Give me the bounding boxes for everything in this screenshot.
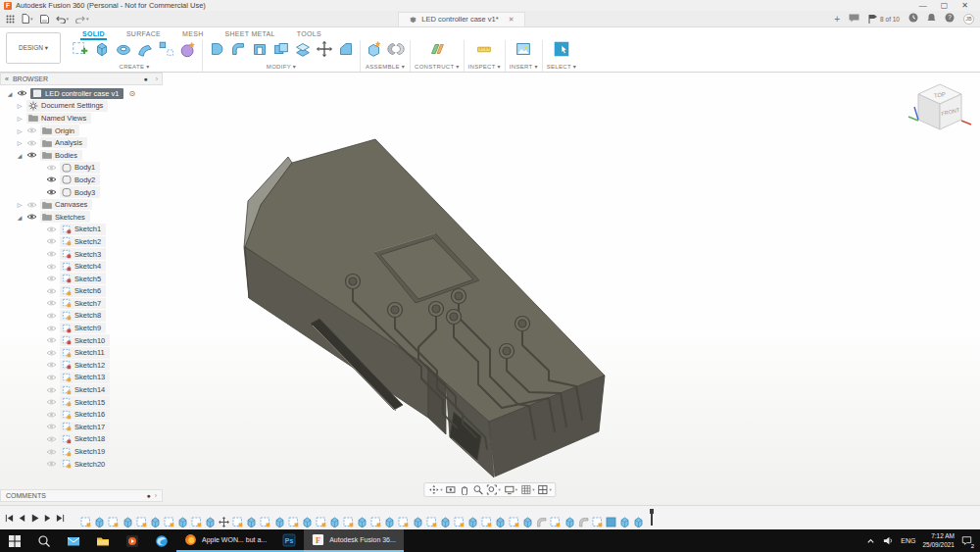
- timeline-feature-sketch-30[interactable]: [481, 516, 493, 527]
- ribbon-tab-sheet-metal[interactable]: SHEET METAL: [223, 30, 277, 40]
- browser-item-analysis[interactable]: ▷Analysis: [0, 136, 163, 149]
- clock[interactable]: 7:12 AM 25/09/2021: [922, 532, 955, 549]
- browser-item-sketch19[interactable]: Sketch19: [0, 445, 163, 458]
- play-icon[interactable]: [30, 514, 39, 523]
- help-icon[interactable]: ?: [945, 13, 955, 25]
- press-pull-icon[interactable]: [207, 39, 226, 63]
- timeline-feature-sketch-28[interactable]: [454, 516, 466, 527]
- browser-item-canvases[interactable]: ▷Canvases: [0, 198, 163, 211]
- timeline-feature-extrude-41[interactable]: [633, 516, 645, 527]
- timeline-feature-extrude-13[interactable]: [246, 516, 258, 527]
- combine-icon[interactable]: [271, 39, 291, 63]
- browser-item-sketch14[interactable]: Sketch14: [0, 383, 163, 396]
- browser-item-body3[interactable]: Body3: [0, 186, 163, 199]
- timeline-feature-extrude-8[interactable]: [177, 516, 189, 527]
- browser-item-sketch12[interactable]: Sketch12: [0, 359, 163, 372]
- browser-item-origin[interactable]: ▷Origin: [0, 125, 163, 137]
- timeline-feature-sketch-12[interactable]: [232, 516, 244, 527]
- visibility-eye-icon[interactable]: [46, 349, 57, 357]
- timeline-feature-sketch-38[interactable]: [591, 516, 603, 527]
- redo-icon[interactable]: ▾: [75, 15, 89, 24]
- visibility-eye-icon[interactable]: [46, 176, 57, 183]
- undo-icon[interactable]: ▾: [56, 15, 70, 24]
- timeline-feature-sketch-20[interactable]: [343, 516, 355, 527]
- pattern-icon[interactable]: [157, 39, 176, 63]
- group-label[interactable]: CONSTRUCT ▾: [415, 63, 460, 70]
- visibility-eye-icon[interactable]: [46, 423, 57, 430]
- browser-item-bodies[interactable]: ◢Bodies: [0, 149, 163, 162]
- panel-chevron-icon[interactable]: ›: [156, 75, 158, 82]
- timeline-playhead[interactable]: [648, 509, 656, 527]
- comment-icon[interactable]: [849, 14, 859, 25]
- taskbar-edge-icon[interactable]: [147, 529, 176, 552]
- timeline-feature-extrude-19[interactable]: [329, 516, 341, 527]
- browser-item-sketch17[interactable]: Sketch17: [0, 421, 163, 433]
- design-workspace-menu[interactable]: DESIGN ▾: [6, 32, 61, 64]
- timeline-feature-extrude-29[interactable]: [467, 516, 479, 527]
- visibility-eye-icon[interactable]: [46, 250, 57, 258]
- expand-icon[interactable]: ◢: [6, 90, 14, 97]
- timeline-feature-sketch-14[interactable]: [260, 516, 271, 527]
- expand-icon[interactable]: ◢: [16, 152, 24, 159]
- document-tab[interactable]: LED controller case v1* ✕: [398, 12, 524, 26]
- browser-item-sketch11[interactable]: Sketch11: [0, 346, 163, 359]
- timeline-feature-extrude-2[interactable]: [94, 516, 106, 527]
- taskbar-start-icon[interactable]: [0, 529, 29, 552]
- skip-to-end-icon[interactable]: [56, 514, 65, 523]
- visibility-eye-icon[interactable]: [26, 139, 37, 147]
- taskbar-file-explorer-icon[interactable]: [88, 529, 118, 552]
- browser-item-sketch16[interactable]: Sketch16: [0, 408, 163, 421]
- visibility-eye-icon[interactable]: [46, 287, 57, 295]
- close-button[interactable]: ✕: [961, 1, 968, 10]
- timeline-feature-extrude-25[interactable]: [412, 516, 423, 527]
- step-back-icon[interactable]: [18, 514, 26, 523]
- action-center-icon[interactable]: 2: [961, 535, 972, 547]
- taskbar-mail-icon[interactable]: [59, 529, 88, 552]
- browser-item-named-views[interactable]: ▷Named Views: [0, 112, 163, 125]
- browser-item-sketch1[interactable]: Sketch1: [0, 224, 163, 236]
- timeline-feature-extrude-40[interactable]: [619, 516, 631, 527]
- comments-bar[interactable]: COMMENTS ● ›: [0, 489, 163, 502]
- panel-options-icon[interactable]: ●: [143, 75, 147, 82]
- taskbar-search-icon[interactable]: [29, 529, 59, 552]
- visibility-eye-icon[interactable]: [26, 213, 37, 221]
- timeline-feature-extrude-6[interactable]: [149, 516, 161, 527]
- user-avatar[interactable]: JB: [963, 14, 974, 25]
- visibility-eye-icon[interactable]: [46, 188, 57, 196]
- taskbar-fusion-button[interactable]: FAutodesk Fusion 36...: [304, 529, 404, 552]
- browser-item-sketch15[interactable]: Sketch15: [0, 396, 163, 409]
- timeline-feature-extrude-10[interactable]: [205, 516, 217, 527]
- minimize-button[interactable]: —: [919, 1, 927, 10]
- browser-root-item[interactable]: ◢ LED controller case v1 ⊙: [0, 87, 163, 100]
- form-icon[interactable]: [178, 39, 198, 63]
- visibility-eye-icon[interactable]: [46, 374, 57, 381]
- taskbar-photoshop-button[interactable]: Ps: [274, 529, 304, 552]
- zoom-icon[interactable]: [473, 484, 484, 495]
- browser-item-sketch13[interactable]: Sketch13: [0, 372, 163, 384]
- visibility-eye-icon[interactable]: [46, 275, 57, 282]
- app-grid-icon[interactable]: [6, 15, 15, 24]
- visibility-eye-icon[interactable]: [46, 460, 57, 468]
- timeline-feature-sketch-16[interactable]: [287, 516, 299, 527]
- move-icon[interactable]: [315, 39, 334, 63]
- timeline-feature-extrude-27[interactable]: [439, 516, 451, 527]
- timeline-feature-extrude-21[interactable]: [357, 516, 368, 527]
- browser-header[interactable]: « BROWSER ● ›: [0, 73, 163, 85]
- extrude-icon[interactable]: [92, 39, 112, 63]
- group-label[interactable]: CREATE ▾: [120, 63, 150, 70]
- timeline-feature-fillet-34[interactable]: [536, 516, 548, 527]
- browser-item-sketch7[interactable]: Sketch7: [0, 297, 163, 310]
- grid-snaps-icon[interactable]: ▾: [520, 484, 534, 495]
- visibility-eye-icon[interactable]: [46, 435, 57, 443]
- visibility-eye-icon[interactable]: [46, 226, 57, 233]
- language-indicator[interactable]: ENG: [901, 537, 915, 544]
- visibility-eye-icon[interactable]: [46, 361, 57, 369]
- construct-plane-icon[interactable]: [427, 39, 447, 63]
- timeline-feature-extrude-23[interactable]: [384, 516, 396, 527]
- measure-icon[interactable]: [474, 39, 494, 63]
- expand-icon[interactable]: ▷: [16, 127, 24, 134]
- browser-item-body1[interactable]: Body1: [0, 162, 163, 175]
- timeline-feature-sketch-9[interactable]: [191, 516, 203, 527]
- browser-item-sketch2[interactable]: Sketch2: [0, 235, 163, 248]
- visibility-eye-icon[interactable]: [46, 237, 57, 245]
